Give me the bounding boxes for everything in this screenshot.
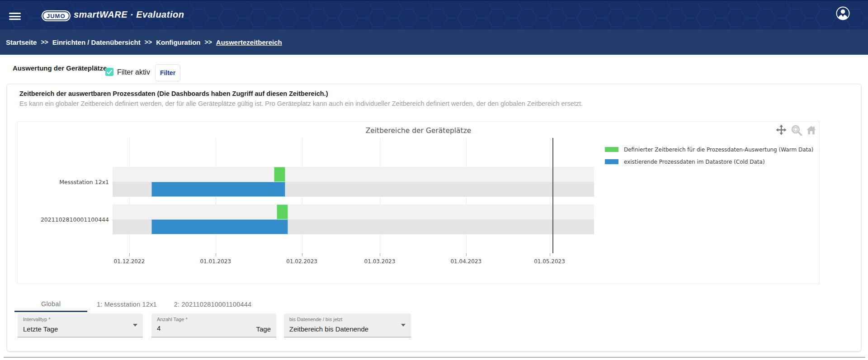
chevron-down-icon: [401, 324, 406, 327]
breadcrumb-item-2[interactable]: Einrichten / Datenübersicht: [52, 38, 141, 46]
jumo-logo: JUMO: [42, 10, 71, 21]
anzahl-tage-input[interactable]: Anzahl Tage *Tage: [151, 313, 276, 337]
app-root: JUMO smartWARE · Evaluation Startseite>>…: [0, 0, 868, 360]
panel-heading: Zeitbereich der auswertbaren Prozessdate…: [19, 90, 328, 97]
filter-active-label: Filter aktiv: [117, 68, 150, 76]
warm-track: [113, 167, 594, 182]
legend-label: Definierter Zeitbereich für die Prozessd…: [624, 147, 813, 153]
field-label: Intervalltyp *: [23, 317, 51, 322]
legend-item-cold[interactable]: existierende Prozessdaten im Datastore (…: [605, 156, 813, 168]
current-date-line: [552, 138, 553, 253]
axis-tick: [216, 253, 216, 256]
breadcrumb-item-3[interactable]: Konfiguration: [156, 38, 200, 46]
chart-toolbar: [775, 124, 817, 136]
user-avatar-icon[interactable]: [836, 6, 850, 20]
tab-global[interactable]: Global: [14, 297, 87, 312]
field-label: bis Datenende / bis jetzt: [289, 317, 342, 322]
axis-tick-label: 01.04.2023: [450, 258, 481, 265]
checkmark-icon: [105, 68, 113, 76]
device-row-label: Messstation 12x1: [59, 179, 109, 185]
warm-swatch: [605, 147, 618, 152]
hamburger-menu-icon[interactable]: [9, 13, 21, 20]
axis-tick: [129, 253, 130, 256]
timeline-chart: Zeitbereiche der Geräteplätze: [17, 121, 820, 284]
jumo-logo-text: JUMO: [42, 11, 70, 20]
axis-tick: [550, 253, 550, 256]
app-header: JUMO smartWARE · Evaluation: [0, 0, 868, 29]
time-range-panel: Zeitbereich der auswertbaren Prozessdate…: [7, 84, 861, 351]
product-title: smartWARE · Evaluation: [74, 9, 184, 20]
breadcrumb-item-1[interactable]: Startseite: [6, 38, 37, 46]
breadcrumb: Startseite>>Einrichten / Datenübersicht>…: [0, 29, 868, 55]
page-title: Auswertung der Geräteplätze: [13, 64, 107, 72]
bottom-divider: [4, 357, 865, 358]
field-suffix: Tage: [256, 325, 271, 333]
filter-button[interactable]: Filter: [155, 64, 180, 81]
breadcrumb-separator: >>: [41, 38, 48, 46]
cold-swatch: [605, 159, 618, 164]
panel-subheading: Es kann ein globaler Zeitbereich definie…: [19, 100, 583, 107]
field-selected-value: Letzte Tage: [23, 325, 58, 333]
axis-tick-label: 01.05.2023: [534, 258, 565, 265]
anzahl-tage-value-input[interactable]: [157, 324, 244, 332]
bis-datenende-select[interactable]: bis Datenende / bis jetztZeitbereich bis…: [284, 313, 411, 337]
axis-tick-label: 01.12.2022: [114, 258, 145, 265]
field-selected-value: Zeitbereich bis Datenende: [289, 325, 368, 333]
axis-tick-label: 01.01.2023: [200, 258, 231, 265]
axis-tick: [380, 253, 380, 256]
device-tabs: Global1: Messstation 12x12: 202110281000…: [14, 297, 259, 312]
chart-plot-area: 01.12.202201.01.202301.02.202301.03.2023…: [113, 138, 594, 253]
device-row-label: 2021102810001100444: [41, 216, 109, 223]
breadcrumb-separator: >>: [145, 38, 152, 46]
warm-track: [113, 204, 594, 219]
home-reset-icon[interactable]: [805, 124, 817, 136]
pan-icon[interactable]: [775, 124, 788, 136]
axis-tick-label: 01.03.2023: [364, 258, 396, 265]
filter-active-checkbox[interactable]: [105, 68, 113, 76]
axis-tick: [302, 253, 302, 256]
chart-legend: Definierter Zeitbereich für die Prozessd…: [605, 143, 813, 168]
chart-title: Zeitbereiche der Geräteplätze: [18, 127, 819, 135]
axis-tick-label: 01.02.2023: [286, 258, 317, 265]
legend-label: existierende Prozessdaten im Datastore (…: [624, 159, 765, 165]
box-zoom-icon[interactable]: [790, 124, 802, 136]
breadcrumb-separator: >>: [204, 38, 212, 46]
cold-data-bar: [151, 219, 288, 234]
breadcrumb-item-4[interactable]: Auswertezeitbereich: [216, 38, 282, 46]
tab-device-1[interactable]: 1: Messstation 12x1: [87, 297, 166, 312]
axis-tick: [466, 253, 467, 256]
warm-data-bar: [274, 167, 285, 182]
tab-device-2[interactable]: 2: 2021102810001100444: [166, 297, 259, 312]
legend-item-warm[interactable]: Definierter Zeitbereich für die Prozessd…: [605, 143, 813, 156]
warm-data-bar: [277, 204, 288, 219]
field-label: Anzahl Tage *: [157, 317, 188, 322]
cold-data-bar: [151, 182, 285, 197]
chevron-down-icon: [133, 324, 137, 327]
intervalltyp-select[interactable]: Intervalltyp *Letzte Tage: [18, 313, 143, 337]
